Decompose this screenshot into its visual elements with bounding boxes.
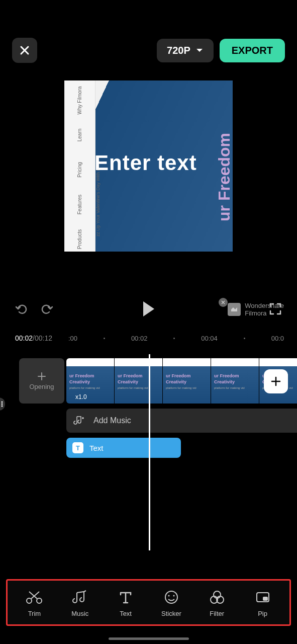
text-clip[interactable]: T Text xyxy=(66,438,181,458)
preview-area: Why Filmora Learn Pricing Features Produ… xyxy=(0,80,297,252)
text-overlay[interactable]: Enter text xyxy=(94,151,197,175)
play-button[interactable] xyxy=(141,300,156,319)
add-music-track[interactable]: Add Music xyxy=(66,409,297,433)
text-label: Text xyxy=(120,610,132,617)
sticker-label: Sticker xyxy=(161,610,181,617)
ruler-mark: 00:04 xyxy=(201,335,218,342)
sidebar-nav-item: Learn xyxy=(77,129,82,142)
svg-point-5 xyxy=(165,591,177,603)
video-preview[interactable]: Why Filmora Learn Pricing Features Produ… xyxy=(64,80,233,252)
play-icon xyxy=(141,300,156,317)
export-label: EXPORT xyxy=(232,45,273,56)
video-clips[interactable]: ur FreedomCreativityplatform for making … xyxy=(66,358,297,404)
add-opening-button[interactable]: Opening xyxy=(19,358,64,404)
video-clip[interactable]: ur FreedomCreativityplatform for making … xyxy=(211,358,259,404)
sidebar-nav-item: Pricing xyxy=(77,162,82,178)
pip-label: Pip xyxy=(258,610,267,617)
timeline-ruler[interactable]: 00:02/00:12 :00 00:02 00:04 00:0 xyxy=(0,333,297,343)
pip-icon xyxy=(255,590,271,605)
text-tool[interactable]: Text xyxy=(106,590,146,617)
preview-sidebar: Why Filmora Learn Pricing Features Produ… xyxy=(64,80,95,252)
ruler-marks: :00 00:02 00:04 00:0 xyxy=(55,335,297,342)
close-icon xyxy=(221,300,225,304)
music-tool[interactable]: Music xyxy=(60,590,100,617)
total-time: /00:12 xyxy=(33,334,52,342)
music-icon xyxy=(72,590,88,605)
text-icon: T xyxy=(72,442,83,453)
sidebar-nav-item: Features xyxy=(77,195,82,214)
ruler-mark: 00:0 xyxy=(271,335,284,342)
undo-button[interactable] xyxy=(15,302,29,318)
header-right: 720P EXPORT xyxy=(157,39,285,62)
sticker-icon xyxy=(163,590,179,605)
svg-point-6 xyxy=(168,595,169,597)
quality-selector[interactable]: 720P xyxy=(157,39,214,62)
text-icon xyxy=(118,590,134,605)
preview-content-line1: ur Freedom xyxy=(215,133,233,221)
close-icon xyxy=(19,45,30,56)
redo-icon xyxy=(39,302,53,316)
time-display: 00:02/00:12 xyxy=(15,334,52,342)
sidebar-nav-item: Products xyxy=(77,229,82,249)
header: 720P EXPORT xyxy=(0,0,297,65)
sticker-tool[interactable]: Sticker xyxy=(151,590,191,617)
video-clip[interactable]: ur FreedomCreativityplatform for making … xyxy=(66,358,115,404)
trim-tool[interactable]: Trim xyxy=(14,590,54,617)
watermark[interactable]: Wondershare Filmora xyxy=(228,302,284,317)
text-clip-label: Text xyxy=(89,444,104,452)
video-clip[interactable]: ur FreedomCreativityplatform for making … xyxy=(163,358,211,404)
ruler-mark: :00 xyxy=(68,335,77,342)
video-clip[interactable]: ur FreedomCreativityplatform for making … xyxy=(115,358,163,404)
svg-point-4 xyxy=(37,598,42,603)
quality-label: 720P xyxy=(167,45,190,56)
music-plus-icon xyxy=(73,415,84,426)
svg-point-3 xyxy=(27,598,32,603)
current-time: 00:02 xyxy=(15,334,33,342)
watermark-line1: Wondershare xyxy=(245,302,284,309)
filter-label: Filter xyxy=(210,610,224,617)
pip-tool[interactable]: Pip xyxy=(243,590,283,617)
sidebar-nav-item: Why Filmora xyxy=(77,86,82,114)
add-clip-button[interactable] xyxy=(264,369,288,393)
watermark-text: Wondershare Filmora xyxy=(245,302,284,317)
undo-redo-group xyxy=(15,302,53,318)
ruler-dot xyxy=(244,338,245,339)
watermark-logo-icon xyxy=(228,303,241,316)
watermark-line2: Filmora xyxy=(245,309,284,317)
ruler-dot xyxy=(173,338,175,339)
sidebar-items: Why Filmora Learn Pricing Features Produ… xyxy=(64,80,95,249)
trim-icon xyxy=(25,590,43,605)
ruler-dot xyxy=(104,338,105,339)
add-music-label: Add Music xyxy=(93,416,131,425)
redo-button[interactable] xyxy=(39,302,53,318)
bottom-toolbar: Trim Music Text Sticker Filter Pip xyxy=(6,579,291,626)
opening-label: Opening xyxy=(29,383,54,390)
playhead[interactable] xyxy=(149,354,150,550)
ruler-mark: 00:02 xyxy=(131,335,148,342)
plus-icon xyxy=(37,372,46,381)
close-button[interactable] xyxy=(12,38,37,63)
svg-point-7 xyxy=(173,595,174,597)
timeline-area: Opening ur FreedomCreativityplatform for… xyxy=(0,358,297,458)
svg-rect-12 xyxy=(263,597,268,601)
undo-icon xyxy=(15,302,29,316)
chevron-down-icon xyxy=(195,48,204,53)
filter-icon xyxy=(209,590,225,605)
plus-icon xyxy=(270,375,282,387)
filter-tool[interactable]: Filter xyxy=(197,590,237,617)
trim-label: Trim xyxy=(28,610,41,617)
home-indicator[interactable] xyxy=(109,637,189,640)
speed-label: x1.0 xyxy=(75,393,87,400)
music-label: Music xyxy=(71,610,88,617)
export-button[interactable]: EXPORT xyxy=(220,39,285,62)
